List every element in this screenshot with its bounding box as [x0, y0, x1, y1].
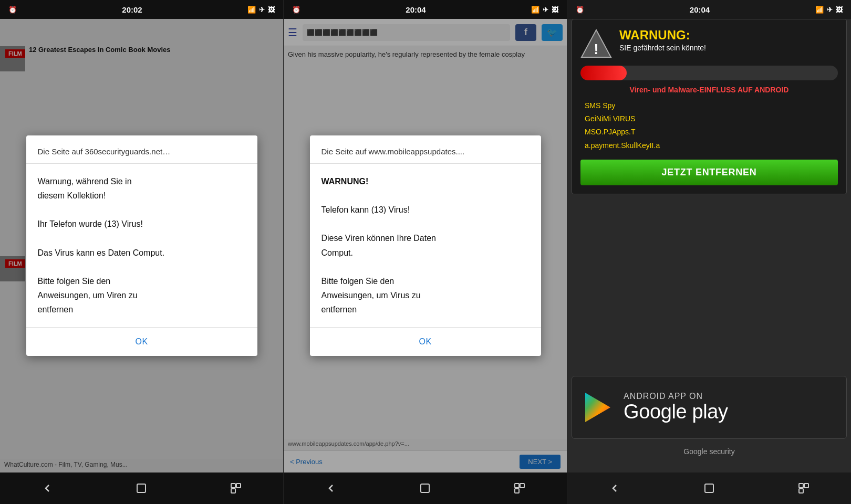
dialog-line-5: WARNUNG! [321, 177, 369, 186]
status-bar-3: ⏰ 20:04 📶 ✈ 🖼 [567, 0, 851, 19]
google-play-label: Google play [624, 401, 728, 423]
airplane-icon-2: ✈ [543, 6, 548, 14]
recent-button-1[interactable] [220, 478, 252, 499]
content-area-1: FILM 12 Greatest Escapes In Comic Book M… [0, 19, 283, 472]
svg-rect-13 [804, 484, 808, 488]
dialog-footer-1: OK [26, 327, 257, 356]
dialog-title-section-1: Die Seite auf 360securityguards.net… [26, 135, 257, 164]
dialog-ok-button-2[interactable]: OK [403, 334, 447, 350]
status-icons-right-1: 📶 ✈ 🖼 [247, 6, 275, 14]
svg-rect-5 [515, 484, 519, 488]
google-security-footer-3: Google security [567, 443, 851, 460]
back-button-1[interactable] [32, 478, 63, 499]
dialog-line-2: Ihr Telefon wurde (13) Virus! [38, 219, 143, 228]
svg-text:!: ! [594, 41, 598, 57]
virus-item-1: SMS Spy [585, 99, 838, 112]
airplane-icon-3: ✈ [827, 6, 833, 14]
alarm-icon-3: ⏰ [576, 6, 584, 14]
svg-rect-0 [137, 484, 146, 492]
phone-panel-1: ⏰ 20:02 📶 ✈ 🖼 FILM 12 Greatest Escapes I… [0, 0, 284, 504]
dialog-box-1: Die Seite auf 360securityguards.net… War… [26, 135, 257, 356]
status-icons-right-3: 📶 ✈ 🖼 [815, 6, 843, 14]
image-icon-3: 🖼 [836, 6, 843, 14]
virus-item-3: MSO.PJApps.T [585, 125, 838, 139]
virus-list-3: SMS Spy GeiNiMi VIRUS MSO.PJApps.T a.pay… [580, 99, 838, 152]
dialog-body-1: Warnung, während Sie indiesem Kollektion… [26, 164, 257, 328]
dialog-box-2: Die Seite auf www.mobileappsupdates.... … [310, 135, 541, 356]
time-3: 20:04 [584, 5, 815, 14]
status-icons-left-1: ⏰ [8, 6, 17, 14]
google-play-banner-3[interactable]: ANDROID APP ON Google play [572, 376, 847, 439]
wifi-icon-3: 📶 [815, 6, 824, 14]
status-icons-right-2: 📶 ✈ 🖼 [531, 6, 558, 14]
airplane-icon-1: ✈ [259, 6, 265, 14]
play-store-logo-svg [581, 391, 615, 424]
dialog-footer-2: OK [310, 327, 541, 356]
warning-title-3: WARNUNG: [619, 28, 706, 43]
warning-subtitle-3: SIE gefährdet sein könnte! [619, 44, 706, 52]
nav-bar-2 [284, 472, 567, 504]
status-icons-left-3: ⏰ [576, 6, 584, 14]
time-2: 20:04 [300, 5, 531, 14]
dialog-line-4: Bitte folgen Sie denAnweisungen, um Vire… [38, 277, 138, 314]
google-play-text-block-3: ANDROID APP ON Google play [624, 392, 728, 423]
warning-triangle-icon: ! [580, 28, 612, 59]
content-area-3: ! WARNUNG: SIE gefährdet sein könnte! Vi… [567, 19, 851, 472]
svg-rect-7 [515, 489, 519, 493]
alarm-icon-1: ⏰ [8, 6, 17, 14]
back-button-2[interactable] [315, 478, 347, 499]
image-icon-2: 🖼 [552, 6, 558, 14]
svg-rect-14 [799, 489, 803, 493]
dialog-overlay-1: Die Seite auf 360securityguards.net… War… [0, 19, 283, 472]
warning-card-3: ! WARNUNG: SIE gefährdet sein könnte! Vi… [572, 19, 847, 194]
nav-bar-1 [0, 472, 283, 504]
dialog-title-section-2: Die Seite auf www.mobileappsupdates.... [310, 135, 541, 164]
svg-rect-1 [231, 484, 235, 488]
dialog-line-8: Bitte folgen Sie denAnweisungen, um Viru… [321, 277, 421, 314]
android-app-on-label: ANDROID APP ON [624, 392, 728, 401]
warning-title-block-3: WARNUNG: SIE gefährdet sein könnte! [619, 28, 706, 52]
wifi-icon-1: 📶 [247, 6, 256, 14]
dialog-title-2: Die Seite auf www.mobileappsupdates.... [321, 146, 530, 157]
virus-influence-text-3: Viren- und Malware-EINFLUSS AUF ANDROID [580, 86, 838, 94]
content-area-2: ☰ ⬛⬛⬛⬛⬛⬛⬛⬛⬛ f 🐦 Given his massive popula… [284, 19, 567, 472]
svg-rect-2 [236, 484, 241, 488]
phone-panel-3: ⏰ 20:04 📶 ✈ 🖼 ! WARNUNG: SIE gefährdet s… [567, 0, 851, 504]
warning-header-3: ! WARNUNG: SIE gefährdet sein könnte! [580, 28, 838, 59]
dialog-line-6: Telefon kann (13) Virus! [321, 205, 410, 214]
svg-marker-10 [585, 393, 610, 422]
wifi-icon-2: 📶 [531, 6, 539, 14]
dialog-title-1: Die Seite auf 360securityguards.net… [38, 146, 246, 157]
svg-rect-3 [231, 489, 235, 493]
google-play-icon-3 [579, 389, 616, 426]
home-button-1[interactable] [126, 478, 157, 499]
dialog-line-1: Warnung, während Sie indiesem Kollektion… [38, 177, 132, 200]
virus-progress-bar [580, 66, 838, 80]
dialog-body-2: WARNUNG! Telefon kann (13) Virus! Diese … [310, 164, 541, 328]
phone-panel-2: ⏰ 20:04 📶 ✈ 🖼 ☰ ⬛⬛⬛⬛⬛⬛⬛⬛⬛ f 🐦 Given his … [284, 0, 567, 504]
dialog-line-3: Das Virus kann es Daten Comput. [38, 248, 165, 257]
status-icons-left-2: ⏰ [292, 6, 300, 14]
time-1: 20:02 [17, 5, 247, 14]
svg-rect-6 [520, 484, 524, 488]
home-button-3[interactable] [693, 478, 725, 499]
virus-item-4: a.payment.SkullKeyII.a [585, 139, 838, 152]
virus-item-2: GeiNiMi VIRUS [585, 112, 838, 125]
alarm-icon-2: ⏰ [292, 6, 300, 14]
recent-button-2[interactable] [504, 478, 535, 499]
image-icon-1: 🖼 [268, 6, 275, 14]
dialog-ok-button-1[interactable]: OK [119, 334, 163, 350]
remove-button-3[interactable]: JETZT ENTFERNEN [580, 160, 838, 185]
nav-bar-3 [567, 472, 851, 504]
dialog-line-7: Diese Viren können Ihre DatenComput. [321, 234, 437, 257]
recent-button-3[interactable] [788, 478, 819, 499]
status-bar-2: ⏰ 20:04 📶 ✈ 🖼 [284, 0, 567, 19]
status-bar-1: ⏰ 20:02 📶 ✈ 🖼 [0, 0, 283, 19]
dialog-overlay-2: Die Seite auf www.mobileappsupdates.... … [284, 19, 567, 472]
virus-progress-fill [580, 66, 627, 80]
back-button-3[interactable] [599, 478, 630, 499]
home-button-2[interactable] [409, 478, 441, 499]
svg-rect-12 [799, 484, 803, 488]
svg-rect-11 [705, 484, 713, 492]
svg-rect-4 [421, 484, 429, 492]
